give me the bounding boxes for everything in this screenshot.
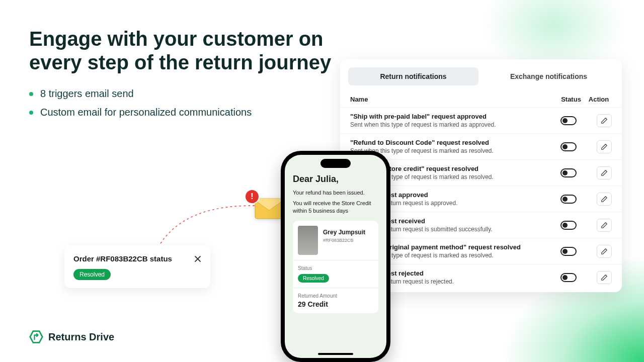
product-name: Grey Jumpsuit: [323, 229, 365, 236]
email-line: You will receive the Store Credit within…: [293, 200, 378, 215]
logo-text: Returns Drive: [48, 331, 114, 343]
status-label: Status: [298, 265, 373, 271]
pencil-icon: [601, 143, 608, 150]
edit-button[interactable]: [597, 193, 612, 206]
edit-button[interactable]: [597, 245, 612, 258]
row-description: Sent when this type of request is marked…: [350, 121, 560, 128]
pencil-icon: [601, 222, 608, 229]
order-card-title: Order #RF083B22CB status: [73, 254, 172, 263]
column-name: Name: [350, 96, 556, 103]
page-title: Engage with your customer on every step …: [29, 27, 341, 74]
status-toggle[interactable]: [560, 195, 577, 204]
returned-amount-value: 29 Credit: [298, 300, 373, 308]
status-toggle[interactable]: [560, 142, 577, 151]
status-toggle[interactable]: [560, 273, 577, 282]
home-indicator: [318, 353, 353, 355]
status-toggle[interactable]: [560, 247, 577, 256]
brand-logo: Returns Drive: [29, 330, 114, 344]
feature-bullets: 8 triggers email send Custom email for p…: [29, 88, 252, 125]
pencil-icon: [601, 248, 608, 255]
row-title: "Ship with pre-paid label" request appro…: [350, 113, 560, 120]
pencil-icon: [601, 169, 608, 176]
edit-button[interactable]: [597, 219, 612, 232]
phone-mockup: Dear Julia, Your refund has been issued.…: [281, 151, 390, 362]
edit-button[interactable]: [597, 271, 612, 284]
status-badge: Resolved: [298, 274, 329, 283]
feature-bullet: 8 triggers email send: [29, 88, 252, 100]
status-badge: Resolved: [73, 269, 111, 280]
notification-tabs: Return notifications Exchange notificati…: [340, 67, 622, 92]
column-status: Status: [556, 96, 586, 103]
alert-icon: !: [246, 190, 259, 203]
edit-button[interactable]: [597, 166, 612, 179]
product-image: [298, 226, 318, 255]
tab-exchange-notifications[interactable]: Exchange notifications: [484, 67, 614, 85]
feature-bullet: Custom email for personalized communicat…: [29, 107, 252, 118]
row-description: Sent when this type of request is marked…: [350, 147, 560, 154]
svg-marker-0: [30, 331, 43, 343]
row-title: "Refund to Discount Code" request resolv…: [350, 139, 560, 146]
product-sku: #RF083B22CB: [323, 238, 365, 243]
phone-notch: [320, 159, 351, 168]
status-toggle[interactable]: [560, 168, 577, 177]
status-toggle[interactable]: [560, 116, 577, 125]
table-row: "Ship with pre-paid label" request appro…: [340, 107, 622, 133]
column-action: Action: [586, 96, 612, 103]
logo-icon: [29, 330, 43, 344]
mail-icon: [255, 198, 284, 219]
table-header: Name Status Action: [340, 92, 622, 107]
returned-amount-label: Returned Amount: [298, 293, 373, 299]
email-greeting: Dear Julia,: [293, 174, 378, 185]
tab-return-notifications[interactable]: Return notifications: [348, 67, 478, 85]
email-line: Your refund has been issued.: [293, 190, 378, 196]
pencil-icon: [601, 117, 608, 124]
product-card: Grey Jumpsuit #RF083B22CB Status Resolve…: [293, 221, 378, 313]
edit-button[interactable]: [597, 140, 612, 153]
pencil-icon: [601, 274, 608, 281]
status-toggle[interactable]: [560, 221, 577, 230]
pencil-icon: [601, 196, 608, 203]
edit-button[interactable]: [597, 114, 612, 127]
order-status-card: Order #RF083B22CB status Resolved: [64, 245, 210, 288]
close-icon[interactable]: [194, 255, 201, 262]
